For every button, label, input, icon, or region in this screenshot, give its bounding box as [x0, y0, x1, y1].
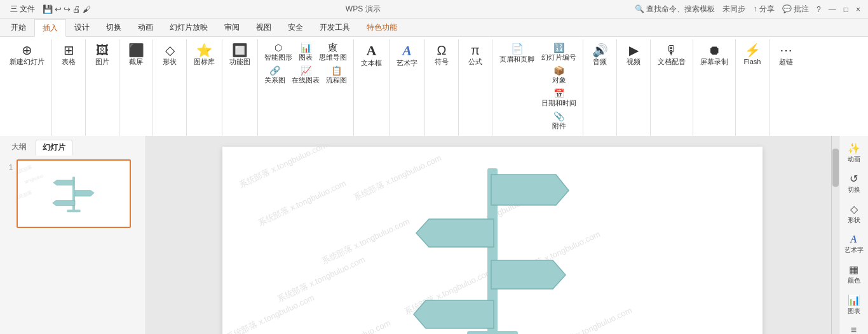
slide-item-1[interactable]: 1 [4, 159, 142, 228]
group-docaudio-items: 🎙 文档配音 [654, 39, 689, 132]
group-flash-items: ⚡ Flash [740, 39, 765, 132]
btn-chart[interactable]: 📊 图表 [296, 42, 315, 63]
tab-design[interactable]: 设计 [66, 19, 98, 37]
btn-headerfooter[interactable]: 📄 页眉和页脚 [496, 42, 538, 65]
smartshape-icon: ⬡ [275, 43, 282, 52]
picture-label: 图片 [95, 58, 109, 66]
tab-slides[interactable]: 幻灯片 [36, 140, 72, 156]
rightpanel-btn-arttext[interactable]: A 艺术字 [840, 230, 868, 258]
menu-item-file[interactable]: 三 文件 [5, 3, 40, 16]
menu-bar: 三 文件 💾 ↩ ↪ 🖨 🖌 [5, 3, 93, 16]
tab-slideshow[interactable]: 幻灯片放映 [161, 19, 216, 37]
group-headerfooter: 📄 页眉和页脚 🔢 幻灯片编号 📦 对象 📅 日期和时间 📎 [492, 39, 583, 136]
btn-textbox[interactable]: A 文本框 [358, 42, 385, 69]
share-btn[interactable]: ↑ 分享 [750, 4, 776, 15]
help-btn[interactable]: ? [814, 5, 824, 14]
btn-video[interactable]: ▶ 视频 [621, 42, 646, 68]
btn-iconlib[interactable]: ⭐ 图标库 [191, 42, 218, 68]
group-smart-items: ⬡ 智能图形 📊 图表 🕸 思维导图 🔗 关系图 [262, 39, 349, 132]
btn-symbol[interactable]: Ω 符号 [429, 42, 454, 68]
rightpanel-btn-transition[interactable]: ↺ 切换 [840, 169, 868, 198]
btn-onlinechart[interactable]: 📈 在线图表 [289, 65, 322, 86]
rightpanel-btn-property[interactable]: ≡ 属性 [840, 321, 868, 334]
group-video: ▶ 视频 [617, 39, 651, 136]
tab-devtools[interactable]: 开发工具 [311, 19, 358, 37]
more-icon: ⋯ [780, 44, 792, 57]
btn-funcdiagram[interactable]: 🔲 功能图 [226, 42, 254, 68]
chart-label: 图表 [299, 53, 313, 62]
btn-arttext[interactable]: A 艺术字 [393, 42, 421, 69]
tab-start[interactable]: 开始 [3, 19, 34, 37]
tab-outline[interactable]: 大纲 [5, 140, 33, 156]
more-label: 超链 [779, 58, 793, 66]
format-brush-icon[interactable]: 🖌 [83, 4, 91, 14]
search-cmd[interactable]: 🔍 查找命令、搜索模板 [632, 4, 717, 15]
btn-formula[interactable]: π 公式 [463, 42, 488, 68]
title-center: WPS 演示 [346, 4, 381, 15]
group-table: ⊞ 表格 [52, 39, 86, 136]
scrollbar-thumb[interactable] [832, 149, 839, 187]
slide-thumbnail-inner-1 [18, 161, 130, 227]
close-btn[interactable]: × [853, 5, 863, 14]
redo-icon[interactable]: ↪ [64, 4, 71, 14]
btn-relation[interactable]: 🔗 关系图 [262, 65, 288, 86]
funcdiagram-label: 功能图 [229, 58, 250, 66]
btn-slidenumber[interactable]: 🔢 幻灯片编号 [539, 42, 579, 63]
group-table-items: ⊞ 表格 [56, 39, 81, 132]
minimize-btn[interactable]: — [826, 5, 839, 14]
signpost-container[interactable] [410, 162, 575, 335]
btn-picture[interactable]: 🖼 图片 [90, 42, 115, 68]
btn-docaudio[interactable]: 🎙 文档配音 [654, 42, 689, 68]
tab-transition[interactable]: 切换 [98, 19, 130, 37]
svg-marker-8 [416, 219, 494, 247]
property-icon: ≡ [851, 324, 857, 334]
tab-view[interactable]: 视图 [248, 19, 280, 37]
slide-canvas[interactable]: 系统部落 x.tongbuluo.com 系统部落 x.tongbuluo.co… [222, 147, 763, 334]
rightpanel-btn-color[interactable]: ▦ 颜色 [840, 260, 868, 289]
tab-animation[interactable]: 动画 [130, 19, 161, 37]
comment-btn[interactable]: 💬 批注 [780, 4, 811, 15]
wm9: 系统部落 x.tongbuluo.com [224, 292, 316, 334]
wm3: 系统部落 x.tongbuluo.com [256, 178, 348, 229]
print-icon[interactable]: 🖨 [72, 4, 81, 14]
btn-screenshot[interactable]: ⬛ 截屏 [123, 42, 149, 68]
btn-object[interactable]: 📦 对象 [539, 65, 579, 86]
video-icon: ▶ [629, 44, 639, 57]
undo-icon[interactable]: ↩ [55, 4, 62, 14]
btn-shape[interactable]: ◇ 形状 [157, 42, 182, 68]
btn-table[interactable]: ⊞ 表格 [56, 42, 81, 68]
sync-btn[interactable]: 未同步 [720, 4, 748, 15]
funcdiagram-icon: 🔲 [232, 44, 248, 57]
tab-special[interactable]: 特色功能 [358, 19, 405, 37]
btn-smartshape[interactable]: ⬡ 智能图形 [262, 42, 295, 63]
scrollbar-vertical[interactable] [831, 136, 839, 334]
maximize-btn[interactable]: □ [841, 5, 851, 14]
rightpanel-btn-animation[interactable]: ✨ 动画 [840, 138, 868, 168]
group-screenrecord-items: ⏺ 屏幕录制 [697, 39, 731, 132]
rightpanel-btn-shape[interactable]: ◇ 形状 [840, 199, 868, 229]
btn-flash[interactable]: ⚡ Flash [740, 42, 765, 68]
symbol-label: 符号 [435, 58, 449, 66]
btn-flowchart[interactable]: 📋 流程图 [323, 65, 349, 86]
btn-datetime[interactable]: 📅 日期和时间 [539, 88, 579, 109]
slide-thumbnail-1[interactable]: 系统部落 tongbuluo 系统部落 [17, 159, 131, 228]
save-icon[interactable]: 💾 [43, 4, 53, 14]
btn-more[interactable]: ⋯ 超链 [773, 42, 799, 68]
tab-insert[interactable]: 插入 [34, 19, 66, 37]
rightpanel-btn-chart[interactable]: 📊 图表 [840, 290, 868, 319]
btn-screenrecord[interactable]: ⏺ 屏幕录制 [697, 42, 731, 68]
slidenumber-label: 幻灯片编号 [541, 53, 576, 62]
btn-audio[interactable]: 🔊 音频 [587, 42, 613, 68]
chart-icon: 📊 [301, 43, 311, 52]
tab-review[interactable]: 审阅 [216, 19, 248, 37]
onlinechart-label: 在线图表 [292, 76, 320, 85]
arttext-label: 艺术字 [397, 59, 417, 67]
btn-mindmap[interactable]: 🕸 思维导图 [316, 42, 349, 63]
btn-new-slide[interactable]: ⊕ 新建幻灯片 [6, 42, 48, 68]
tab-security[interactable]: 安全 [280, 19, 311, 37]
btn-attachment[interactable]: 📎 附件 [539, 110, 579, 132]
headerfooter-col: 🔢 幻灯片编号 📦 对象 📅 日期和时间 📎 附件 [539, 42, 579, 132]
headerfooter-label: 页眉和页脚 [499, 55, 534, 63]
group-shape: ◇ 形状 [153, 39, 187, 136]
arttext-right-icon: A [850, 234, 857, 245]
